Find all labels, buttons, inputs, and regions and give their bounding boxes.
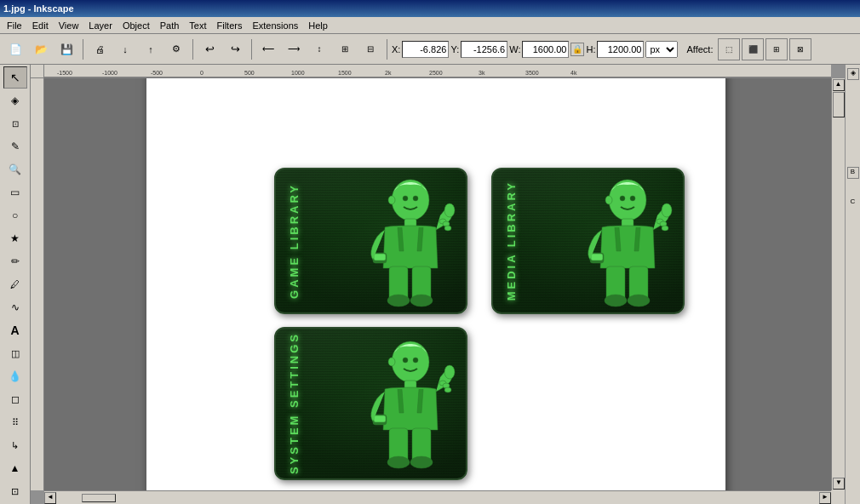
main-layout: ↖ ◈ ⊡ ✎ 🔍 ▭ ○ ★ ✏ 🖊 ∿ A ◫ 💧 ◻ ⠿ ↳ ▲ ⊡ -1…: [0, 65, 860, 504]
menu-object[interactable]: Object: [118, 19, 155, 32]
svg-point-37: [605, 295, 627, 306]
svg-point-49: [444, 365, 455, 379]
w-label: W:: [509, 44, 520, 54]
connector-tool-button[interactable]: ↳: [3, 434, 27, 456]
menu-path[interactable]: Path: [155, 19, 185, 32]
x-label: X:: [392, 44, 400, 54]
measure-tool-button[interactable]: ✎: [3, 135, 27, 158]
svg-point-53: [410, 456, 433, 468]
affect-btn1[interactable]: ⬚: [718, 38, 740, 60]
menu-text[interactable]: Text: [184, 19, 211, 32]
svg-text:0: 0: [200, 70, 204, 76]
menu-file[interactable]: File: [2, 19, 27, 32]
game-library-card: GAME LIBRARY: [274, 168, 467, 314]
scrollbar-vertical[interactable]: ▲ ▼: [831, 78, 845, 490]
window-title: 1.jpg - Inkscape: [3, 3, 74, 14]
x-input[interactable]: [402, 41, 449, 58]
svg-point-44: [413, 358, 418, 363]
svg-point-23: [410, 295, 433, 306]
undo-button[interactable]: ↩: [198, 37, 221, 61]
transform-btn5[interactable]: ⊟: [358, 37, 382, 61]
svg-text:4k: 4k: [570, 70, 577, 76]
svg-point-42: [392, 341, 429, 382]
select-tool-button[interactable]: ↖: [3, 66, 27, 89]
svg-point-15: [388, 196, 395, 204]
import-button[interactable]: ↓: [113, 37, 137, 61]
menu-bar: File Edit View Layer Object Path Text Fi…: [0, 17, 860, 34]
svg-point-28: [620, 196, 625, 201]
ellipse-tool-button[interactable]: ○: [3, 204, 27, 226]
pencil-tool-button[interactable]: ✏: [3, 250, 27, 272]
canvas-area[interactable]: -1500 -1000 -500 0 500 1000 1500 2k 2500…: [31, 65, 845, 504]
export-button[interactable]: ↑: [139, 37, 163, 61]
save-button[interactable]: 💾: [54, 37, 78, 61]
svg-text:-500: -500: [151, 70, 163, 76]
affect-btn3[interactable]: ⊞: [765, 38, 788, 60]
zoom-tool-button[interactable]: 🔍: [3, 158, 27, 180]
media-library-label: MEDIA LIBRARY: [502, 169, 520, 312]
system-settings-vault-boy: [342, 332, 462, 478]
transform-btn3[interactable]: ↕: [307, 37, 331, 61]
svg-text:-1000: -1000: [102, 70, 118, 76]
transform-btn1[interactable]: ⟵: [256, 37, 280, 61]
menu-layer[interactable]: Layer: [83, 19, 118, 32]
toolbar: 📄 📂 💾 🖨 ↓ ↑ ⚙ ↩ ↪ ⟵ ⟶ ↕ ⊞ ⊟ X: Y: W: 🔒 H…: [0, 34, 860, 65]
media-library-vault-boy: [559, 175, 679, 312]
affect-btn2[interactable]: ⬛: [742, 38, 764, 60]
affect-btn4[interactable]: ⊠: [789, 38, 811, 60]
text-tool-button[interactable]: A: [3, 319, 27, 341]
star-tool-button[interactable]: ★: [3, 227, 27, 249]
svg-text:1500: 1500: [338, 70, 352, 76]
game-library-text: GAME LIBRARY: [288, 183, 301, 299]
y-label: Y:: [450, 44, 459, 54]
menu-extensions[interactable]: Extensions: [247, 19, 303, 32]
calligraphy-tool-button[interactable]: ∿: [3, 296, 27, 318]
dropper-tool-button[interactable]: 💧: [3, 365, 27, 387]
rect-tool-button[interactable]: ▭: [3, 181, 27, 203]
svg-point-43: [403, 358, 408, 363]
zoom-fit-button[interactable]: ⊡: [3, 480, 27, 502]
menu-view[interactable]: View: [54, 19, 84, 32]
svg-point-12: [392, 180, 429, 220]
unit-select[interactable]: px mm in: [645, 41, 678, 58]
panel-icon3[interactable]: C: [847, 198, 859, 209]
w-input[interactable]: [522, 41, 569, 58]
open-button[interactable]: 📂: [29, 37, 53, 61]
spray-tool-button[interactable]: ⠿: [3, 411, 27, 433]
svg-text:3k: 3k: [479, 70, 485, 76]
svg-point-22: [387, 295, 410, 306]
ruler-vertical: [31, 78, 44, 490]
menu-filters[interactable]: Filters: [212, 19, 248, 32]
zoom-reshape-button[interactable]: ⊡: [3, 112, 27, 135]
menu-help[interactable]: Help: [303, 19, 333, 32]
panel-icon2[interactable]: B: [847, 167, 859, 179]
y-input[interactable]: [461, 41, 507, 58]
svg-rect-33: [591, 254, 603, 261]
ruler-horizontal: -1500 -1000 -500 0 500 1000 1500 2k 2500…: [31, 65, 831, 78]
panel-icon1[interactable]: ◈: [847, 68, 859, 80]
far-right-panel: ◈ B C: [845, 65, 860, 504]
fill-tool-button[interactable]: ▲: [3, 457, 27, 479]
svg-point-45: [388, 358, 395, 366]
h-input[interactable]: [597, 41, 644, 58]
transform-btn2[interactable]: ⟶: [282, 37, 306, 61]
menu-edit[interactable]: Edit: [27, 19, 54, 32]
new-button[interactable]: 📄: [3, 37, 27, 61]
game-library-label: GAME LIBRARY: [284, 169, 303, 312]
doc-props-button[interactable]: ⚙: [164, 37, 188, 61]
system-settings-label: SYSTEM SETTINGS: [284, 329, 303, 478]
scrollbar-horizontal[interactable]: ◄ ►: [44, 490, 831, 504]
node-tool-button[interactable]: ◈: [3, 89, 27, 112]
lock-aspect-button[interactable]: 🔒: [570, 43, 584, 56]
affect-label: Affect:: [686, 44, 713, 54]
svg-text:1000: 1000: [291, 70, 305, 76]
system-settings-card: SYSTEM SETTINGS: [274, 327, 467, 480]
game-library-vault-boy: [342, 175, 462, 312]
pen-tool-button[interactable]: 🖊: [3, 273, 27, 295]
gradient-tool-button[interactable]: ◫: [3, 342, 27, 364]
print-button[interactable]: 🖨: [88, 37, 112, 61]
redo-button[interactable]: ↪: [223, 37, 247, 61]
canvas-background[interactable]: GAME LIBRARY: [44, 78, 831, 490]
eraser-tool-button[interactable]: ◻: [3, 388, 27, 410]
transform-btn4[interactable]: ⊞: [333, 37, 357, 61]
